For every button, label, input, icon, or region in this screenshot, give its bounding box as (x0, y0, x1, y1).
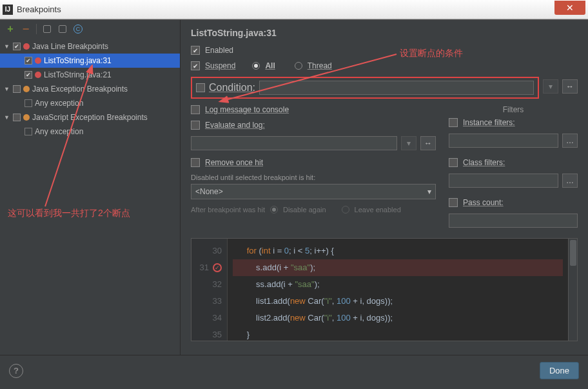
unchecked-box-icon[interactable] (24, 128, 32, 135)
exception-breakpoint-icon (23, 86, 30, 92)
class-filters-checkbox[interactable] (449, 158, 458, 167)
class-filters-input[interactable] (449, 174, 558, 188)
unchecked-box-icon[interactable] (24, 99, 32, 107)
remove-icon[interactable]: − (21, 24, 31, 34)
evaluate-input[interactable] (191, 136, 397, 150)
exception-breakpoint-icon (23, 114, 30, 121)
group-label: JavaScript Exception Breakpoints (32, 113, 148, 122)
instance-filters-checkbox[interactable] (449, 118, 458, 127)
checkbox[interactable] (24, 71, 32, 79)
class-filters-browse-button[interactable]: … (562, 174, 578, 188)
enabled-checkbox[interactable] (191, 46, 200, 55)
after-hit-label: After breakpoint was hit (191, 206, 265, 214)
checkbox[interactable] (13, 85, 21, 93)
tree-item-js-any-exception[interactable]: Any exception (0, 125, 180, 139)
tree-group-js-exception[interactable]: ▼ JavaScript Exception Breakpoints (0, 110, 180, 125)
select-value: <None> (195, 187, 223, 196)
evaluate-label: Evaluate and log: (205, 121, 265, 130)
thread-radio[interactable] (295, 62, 302, 70)
instance-filters-input[interactable] (449, 134, 558, 148)
close-button[interactable]: ✕ (554, 1, 585, 15)
code-scrollbar[interactable] (568, 239, 577, 341)
condition-label: Condition: (209, 82, 255, 94)
dialog-footer: ? Done (0, 355, 588, 386)
group-label: Java Exception Breakpoints (32, 85, 128, 94)
tree-item-bp31[interactable]: ListToString.java:31 (0, 54, 180, 68)
all-radio[interactable] (252, 62, 260, 70)
enabled-label: Enabled (205, 46, 233, 55)
class-filters-row[interactable]: Class filters: (449, 158, 578, 167)
checkbox[interactable] (13, 114, 21, 121)
class-filters-label: Class filters: (463, 158, 505, 167)
remove-once-hit-row[interactable]: Remove once hit (191, 158, 436, 167)
suspend-label: Suspend (205, 61, 235, 70)
title-bar: IJ Breakpoints ✕ (0, 0, 588, 19)
pass-count-row[interactable]: Pass count: (449, 198, 578, 207)
paste-icon[interactable] (57, 24, 68, 34)
evaluate-history-button[interactable]: ▾ (401, 136, 416, 150)
pass-count-checkbox[interactable] (449, 198, 458, 207)
disabled-until-label: Disabled until selected breakpoint is hi… (191, 174, 436, 181)
tree-group-java-exception[interactable]: ▼ Java Exception Breakpoints (0, 82, 180, 96)
enabled-row[interactable]: Enabled (191, 46, 578, 55)
item-label: ListToString.java:31 (44, 56, 112, 65)
pass-count-input[interactable] (449, 214, 578, 228)
done-button[interactable]: Done (540, 362, 579, 379)
tree-toolbar: + − C (0, 20, 180, 38)
code-lines: for (int i = 0; i < 5; i++) { s.add(i + … (228, 239, 568, 341)
breakpoint-title: ListToString.java:31 (191, 28, 578, 38)
condition-expand-button[interactable]: ↔ (562, 79, 578, 94)
breakpoint-marker-icon[interactable] (213, 263, 222, 272)
leave-enabled-radio[interactable] (342, 206, 349, 214)
app-icon: IJ (3, 5, 13, 15)
chevron-down-icon: ▾ (427, 187, 431, 196)
item-label: Any exception (35, 99, 83, 108)
condition-checkbox[interactable] (196, 83, 205, 92)
separator (36, 24, 37, 34)
evaluate-checkbox[interactable] (191, 121, 200, 130)
disable-again-radio[interactable] (270, 206, 278, 214)
breakpoint-tree: ▼ Java Line Breakpoints ListToString.jav… (0, 38, 180, 140)
help-button[interactable]: ? (9, 364, 23, 378)
breakpoint-detail-panel: ListToString.java:31 Enabled Suspend All… (181, 20, 588, 355)
remove-label: Remove once hit (205, 158, 263, 167)
window-title: Breakpoints (17, 5, 554, 14)
add-icon[interactable]: + (5, 24, 15, 34)
after-hit-row: After breakpoint was hit Disable again L… (191, 206, 436, 214)
disabled-until-select[interactable]: <None> ▾ (191, 184, 436, 199)
logmsg-row[interactable]: Log message to console (191, 105, 436, 114)
instance-filters-row[interactable]: Instance filters: (449, 118, 578, 127)
code-gutter: 30 31 32 33 34 35 (191, 239, 228, 341)
all-label: All (265, 61, 275, 70)
checkbox[interactable] (24, 57, 32, 65)
condition-row: Condition: (191, 77, 539, 99)
filters-heading: Filters (449, 105, 578, 114)
remove-checkbox[interactable] (191, 158, 200, 167)
chevron-down-icon: ▼ (4, 114, 10, 121)
copy-icon[interactable] (42, 24, 52, 34)
evaluate-expand-button[interactable]: ↔ (420, 136, 436, 150)
suspend-checkbox[interactable] (191, 61, 200, 70)
thread-label: Thread (308, 61, 332, 70)
group-icon[interactable]: C (73, 24, 83, 34)
leave-enabled-label: Leave enabled (355, 206, 401, 214)
suspend-row: Suspend All Thread (191, 61, 578, 70)
breakpoint-icon (23, 43, 30, 50)
breakpoint-tree-panel: + − C ▼ Java Line Breakpoints ListToStri… (0, 20, 181, 355)
pass-count-label: Pass count: (463, 198, 504, 207)
disable-again-label: Disable again (283, 206, 326, 214)
breakpoint-icon (35, 72, 41, 78)
code-preview: 30 31 32 33 34 35 for (int i = 0; i < 5;… (191, 238, 578, 341)
instance-filters-browse-button[interactable]: … (562, 134, 578, 148)
logmsg-checkbox[interactable] (191, 105, 200, 114)
checkbox[interactable] (13, 43, 21, 50)
tree-group-java-line[interactable]: ▼ Java Line Breakpoints (0, 39, 180, 54)
evaluate-row[interactable]: Evaluate and log: (191, 121, 436, 130)
item-label: Any exception (35, 127, 83, 136)
instance-filters-label: Instance filters: (463, 118, 515, 127)
logmsg-label: Log message to console (205, 105, 289, 114)
tree-item-bp21[interactable]: ListToString.java:21 (0, 68, 180, 82)
condition-input[interactable] (259, 81, 534, 95)
condition-history-button[interactable]: ▾ (543, 79, 558, 94)
tree-item-any-exception[interactable]: Any exception (0, 96, 180, 110)
